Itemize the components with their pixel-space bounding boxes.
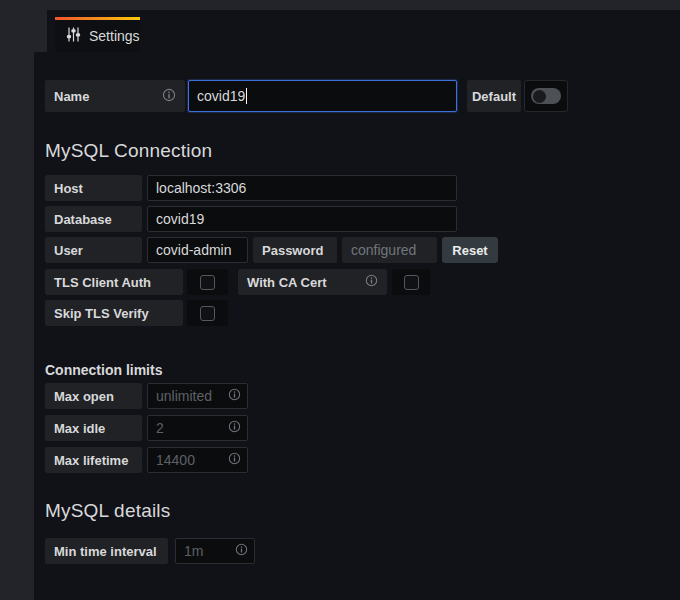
name-input[interactable]: covid19 xyxy=(188,80,457,112)
name-label: Name xyxy=(45,80,185,112)
page-background: { "tab": { "label": "Settings" }, "gener… xyxy=(0,0,680,600)
info-icon[interactable] xyxy=(228,419,241,437)
name-label-text: Name xyxy=(54,89,89,104)
checkbox-box xyxy=(404,275,419,290)
tls-client-auth-label: TLS Client Auth xyxy=(45,269,183,295)
skip-tls-verify-checkbox[interactable] xyxy=(187,300,228,326)
checkbox-box xyxy=(200,275,215,290)
with-ca-cert-checkbox[interactable] xyxy=(392,269,430,295)
user-label: User xyxy=(45,237,142,263)
tab-settings[interactable]: Settings xyxy=(55,17,140,52)
info-icon[interactable] xyxy=(228,387,241,405)
skip-tls-verify-label: Skip TLS Verify xyxy=(45,300,183,326)
default-label-text: Default xyxy=(472,89,516,104)
tls-client-auth-checkbox[interactable] xyxy=(187,269,228,295)
password-label: Password xyxy=(253,237,337,263)
info-icon[interactable] xyxy=(228,451,241,469)
user-input[interactable] xyxy=(147,237,248,263)
max-lifetime-label: Max lifetime xyxy=(45,447,142,473)
toggle-knob xyxy=(533,90,546,103)
tab-settings-label: Settings xyxy=(89,28,140,44)
min-time-interval-label: Min time interval xyxy=(45,538,168,564)
max-open-label: Max open xyxy=(45,383,142,409)
toggle-track xyxy=(531,88,561,104)
host-input[interactable] xyxy=(147,175,457,201)
name-input-value: covid19 xyxy=(197,88,245,104)
with-ca-cert-label-text: With CA Cert xyxy=(247,275,327,290)
database-label: Database xyxy=(45,206,142,232)
info-icon[interactable] xyxy=(235,542,248,560)
default-label: Default xyxy=(467,80,521,112)
mysql-connection-heading: MySQL Connection xyxy=(45,140,212,162)
default-toggle[interactable] xyxy=(524,80,568,112)
host-label: Host xyxy=(45,175,142,201)
max-idle-label: Max idle xyxy=(45,415,142,441)
reset-button[interactable]: Reset xyxy=(442,237,498,263)
connection-limits-heading: Connection limits xyxy=(45,362,162,378)
password-configured-field: configured xyxy=(342,237,437,263)
database-input[interactable] xyxy=(147,206,457,232)
info-icon[interactable] xyxy=(365,274,378,290)
with-ca-cert-label: With CA Cert xyxy=(238,269,387,295)
sliders-icon xyxy=(66,27,81,46)
mysql-details-heading: MySQL details xyxy=(45,500,170,522)
checkbox-box xyxy=(200,306,215,321)
page-corner xyxy=(34,10,47,52)
text-caret xyxy=(246,88,247,104)
info-icon[interactable] xyxy=(162,88,176,105)
